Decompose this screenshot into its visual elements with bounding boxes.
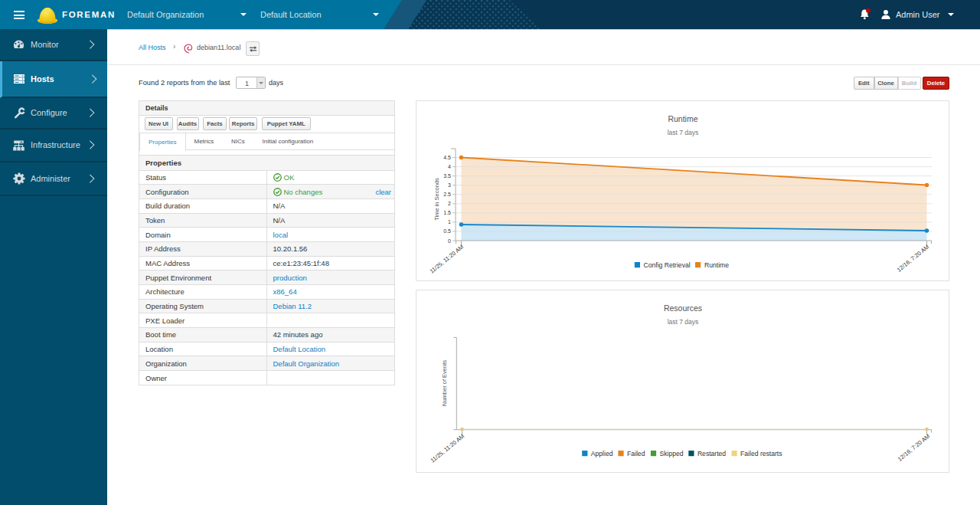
svg-text:1.5: 1.5 <box>443 210 451 215</box>
svg-text:Config Retrieval: Config Retrieval <box>644 261 691 269</box>
svg-text:Restarted: Restarted <box>697 450 726 457</box>
svg-text:Resources: Resources <box>664 303 702 313</box>
svg-text:Time in Seconds: Time in Seconds <box>433 178 440 221</box>
svg-text:1: 1 <box>448 219 451 225</box>
svg-text:0.5: 0.5 <box>443 228 451 234</box>
svg-text:2.5: 2.5 <box>443 192 451 197</box>
svg-text:Applied: Applied <box>591 450 613 457</box>
svg-text:4: 4 <box>448 164 451 169</box>
svg-text:3: 3 <box>448 182 451 188</box>
svg-text:Skipped: Skipped <box>660 450 684 457</box>
svg-text:Runtime: Runtime <box>668 114 697 123</box>
svg-text:3.5: 3.5 <box>443 173 451 179</box>
svg-text:11/25, 11:20 AM: 11/25, 11:20 AM <box>428 244 465 275</box>
svg-text:Runtime: Runtime <box>704 261 729 269</box>
svg-text:0: 0 <box>448 238 451 244</box>
svg-text:last 7 days: last 7 days <box>668 129 699 136</box>
svg-text:Number of Events: Number of Events <box>441 360 448 406</box>
svg-text:12/16, 7:20 AM: 12/16, 7:20 AM <box>897 433 931 463</box>
svg-text:Failed: Failed <box>627 450 645 457</box>
svg-text:2: 2 <box>448 201 451 206</box>
svg-text:Failed restarts: Failed restarts <box>740 450 782 457</box>
svg-text:last 7 days: last 7 days <box>668 318 699 326</box>
svg-text:12/16, 7:20 AM: 12/16, 7:20 AM <box>896 244 930 274</box>
svg-text:4.5: 4.5 <box>443 155 451 160</box>
svg-text:11/25, 11:20 AM: 11/25, 11:20 AM <box>429 433 466 464</box>
